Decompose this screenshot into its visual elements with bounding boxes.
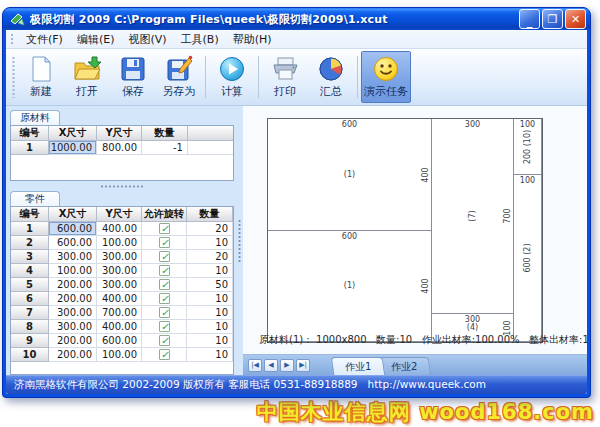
row-number-cell[interactable]: 6 [11,292,49,306]
quantity-cell[interactable]: 50 [187,278,233,292]
menu-tools[interactable]: 工具(B) [174,30,226,49]
row-number-cell[interactable]: 1 [11,222,49,236]
column-header[interactable]: 允许旋转 [142,207,187,222]
quantity-cell[interactable]: 10 [187,306,233,320]
parts-row[interactable]: 10 200.00 100.00 10 [11,348,233,362]
open-button[interactable]: 打开 [64,51,110,103]
allow-rotate-checkbox[interactable] [159,237,170,248]
save-as-button[interactable]: 另存为 [156,51,202,103]
quantity-cell[interactable]: -1 [142,141,188,155]
y-size-cell[interactable]: 300.00 [97,278,142,292]
parts-row[interactable]: 9 200.00 600.00 10 [11,334,233,348]
menu-view[interactable]: 视图(V) [121,30,173,49]
quantity-cell[interactable]: 20 [187,250,233,264]
column-header[interactable]: X尺寸 [49,126,97,141]
y-size-cell[interactable]: 600.00 [97,334,142,348]
row-number-cell[interactable]: 4 [11,264,49,278]
quantity-cell[interactable]: 10 [187,236,233,250]
print-button[interactable]: 打印 [262,51,308,103]
quantity-cell[interactable]: 10 [187,320,233,334]
row-number-cell[interactable]: 8 [11,320,49,334]
last-job-button[interactable]: ▶| [296,359,310,372]
allow-rotate-checkbox[interactable] [159,321,170,332]
x-size-cell[interactable]: 300.00 [49,306,97,320]
next-job-button[interactable]: ▶ [280,359,294,372]
row-number-cell[interactable]: 2 [11,236,49,250]
row-number-cell[interactable]: 7 [11,306,49,320]
vertical-splitter[interactable] [236,106,243,375]
row-number-cell[interactable]: 1 [11,141,49,155]
y-size-cell[interactable]: 800.00 [97,141,142,155]
column-header[interactable]: 数量 [142,126,188,141]
y-size-cell[interactable]: 100.00 [97,236,142,250]
allow-rotate-checkbox[interactable] [159,307,170,318]
minimize-button[interactable]: _ [519,9,540,29]
y-size-cell[interactable]: 300.00 [97,250,142,264]
quantity-cell[interactable]: 10 [187,348,233,362]
allow-rotate-checkbox[interactable] [159,265,170,276]
menu-file[interactable]: 文件(F) [19,30,70,49]
quantity-cell[interactable]: 10 [187,334,233,348]
maximize-button[interactable]: ❒ [542,9,563,29]
prev-job-button[interactable]: ◀ [264,359,278,372]
x-size-cell[interactable]: 600.00 [49,222,97,236]
parts-row[interactable]: 1 600.00 400.00 20 [11,222,233,236]
column-header[interactable]: 数量 [187,207,233,222]
x-size-cell[interactable]: 1000.00 [49,141,97,155]
parts-row[interactable]: 3 300.00 300.00 20 [11,250,233,264]
parts-row[interactable]: 4 100.00 300.00 10 [11,264,233,278]
parts-row[interactable]: 2 600.00 100.00 10 [11,236,233,250]
row-number-cell[interactable]: 3 [11,250,49,264]
calculate-button[interactable]: 计算 [209,51,255,103]
y-size-cell[interactable]: 400.00 [97,320,142,334]
close-button[interactable]: ✕ [565,9,586,29]
menubar-grip[interactable] [10,33,15,46]
x-size-cell[interactable]: 200.00 [49,292,97,306]
horizontal-splitter[interactable] [10,181,234,191]
allow-rotate-checkbox[interactable] [159,223,170,234]
titlebar[interactable]: 极限切割 2009 C:\Program Files\queek\极限切割200… [3,8,590,30]
y-size-cell[interactable]: 300.00 [97,264,142,278]
y-size-cell[interactable]: 400.00 [97,222,142,236]
y-size-cell[interactable]: 700.00 [97,306,142,320]
parts-row[interactable]: 7 300.00 700.00 10 [11,306,233,320]
tab-parts[interactable]: 零件 [10,191,60,206]
row-number-cell[interactable]: 5 [11,278,49,292]
first-job-button[interactable]: |◀ [248,359,262,372]
quantity-cell[interactable]: 10 [187,264,233,278]
parts-row[interactable]: 6 200.00 400.00 10 [11,292,233,306]
demo-task-button[interactable]: 演示任务 [361,51,411,103]
row-number-cell[interactable]: 9 [11,334,49,348]
parts-row[interactable]: 8 300.00 400.00 10 [11,320,233,334]
column-header[interactable]: X尺寸 [49,207,97,222]
x-size-cell[interactable]: 300.00 [49,320,97,334]
x-size-cell[interactable]: 200.00 [49,348,97,362]
summary-button[interactable]: 汇总 [308,51,354,103]
parts-row[interactable]: 5 200.00 300.00 50 [11,278,233,292]
x-size-cell[interactable]: 300.00 [49,250,97,264]
allow-rotate-checkbox[interactable] [159,293,170,304]
x-size-cell[interactable]: 200.00 [49,278,97,292]
quantity-cell[interactable]: 10 [187,292,233,306]
column-header[interactable]: Y尺寸 [97,207,142,222]
x-size-cell[interactable]: 200.00 [49,334,97,348]
allow-rotate-checkbox[interactable] [159,251,170,262]
toolbar-grip[interactable] [11,56,16,98]
new-button[interactable]: 新建 [18,51,64,103]
row-number-cell[interactable]: 10 [11,348,49,362]
tab-job2[interactable]: 作业2 [377,357,432,375]
menu-help[interactable]: 帮助(H) [226,30,279,49]
allow-rotate-checkbox[interactable] [159,349,170,360]
y-size-cell[interactable]: 100.00 [97,348,142,362]
quantity-cell[interactable]: 20 [187,222,233,236]
column-header[interactable]: 编号 [11,207,49,222]
x-size-cell[interactable]: 100.00 [49,264,97,278]
x-size-cell[interactable]: 600.00 [49,236,97,250]
menu-edit[interactable]: 编辑(E) [70,30,122,49]
column-header[interactable]: 编号 [11,126,49,141]
column-header[interactable]: Y尺寸 [97,126,142,141]
tab-job1[interactable]: 作业1 [331,357,386,375]
cutting-diagram[interactable]: 600(1)400600(1)400300(7)700300(4)1001002… [267,118,543,343]
materials-row[interactable]: 1 1000.00 800.00 -1 [11,141,233,155]
tab-materials[interactable]: 原材料 [10,110,60,125]
